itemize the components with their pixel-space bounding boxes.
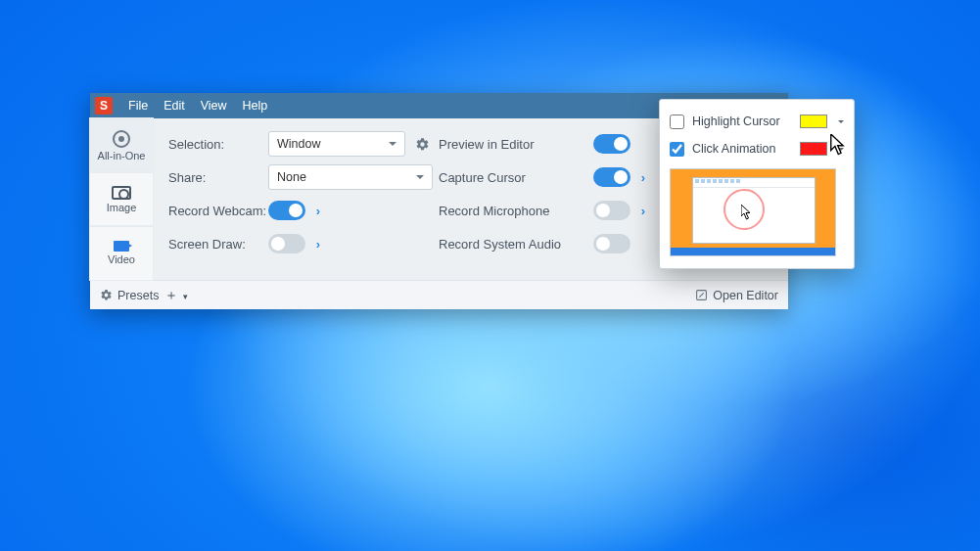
presets-label: Presets — [117, 289, 159, 302]
add-preset-button[interactable]: ＋ ▾ — [164, 287, 188, 304]
record-system-audio-label: Record System Audio — [439, 237, 593, 252]
menu-view[interactable]: View — [193, 93, 235, 118]
click-animation-checkbox[interactable] — [670, 142, 684, 157]
record-microphone-options[interactable]: › — [636, 204, 650, 218]
menu-help[interactable]: Help — [235, 93, 276, 118]
open-editor-button[interactable]: Open Editor — [695, 289, 778, 302]
record-system-audio-toggle[interactable] — [593, 234, 630, 253]
screen-draw-options[interactable]: › — [311, 237, 325, 252]
screen-draw-toggle[interactable] — [268, 234, 305, 253]
snagit-window: S File Edit View Help All-in-One Image V… — [90, 93, 788, 309]
chevron-down-icon — [416, 175, 424, 183]
cursor-icon — [741, 205, 753, 220]
selection-select[interactable]: Window — [268, 131, 405, 157]
record-webcam-options[interactable]: › — [311, 204, 325, 218]
footer-bar: Presets ＋ ▾ Open Editor — [90, 280, 788, 309]
selection-label: Selection: — [168, 137, 268, 152]
share-label: Share: — [168, 170, 268, 185]
gear-icon — [415, 137, 430, 152]
chevron-down-icon — [838, 148, 844, 154]
capture-cursor-label: Capture Cursor — [439, 170, 593, 185]
tab-image[interactable]: Image — [90, 172, 153, 226]
menu-file[interactable]: File — [120, 93, 156, 118]
open-editor-icon — [695, 289, 708, 301]
share-select[interactable]: None — [268, 164, 433, 190]
highlight-color-swatch[interactable] — [800, 115, 827, 128]
preview-in-editor-toggle[interactable] — [593, 134, 630, 154]
record-microphone-label: Record Microphone — [439, 204, 593, 218]
presets-button[interactable]: Presets — [100, 289, 159, 302]
menu-edit[interactable]: Edit — [156, 93, 193, 118]
screen-draw-label: Screen Draw: — [168, 237, 268, 252]
click-animation-label: Click Animation — [692, 142, 775, 156]
tab-label: Image — [107, 202, 137, 213]
preview-in-editor-label: Preview in Editor — [439, 137, 593, 152]
tab-label: All-in-One — [98, 150, 146, 161]
capture-cursor-options[interactable]: › — [636, 170, 650, 185]
capture-type-tabs: All-in-One Image Video — [90, 118, 153, 280]
app-icon: S — [95, 97, 113, 115]
selection-settings-button[interactable] — [411, 133, 433, 155]
cursor-preview-thumbnail — [670, 168, 836, 256]
plus-icon: ＋ — [164, 287, 178, 304]
chevron-down-icon — [389, 142, 397, 150]
tab-label: Video — [108, 253, 135, 265]
highlight-cursor-label: Highlight Cursor — [692, 115, 780, 128]
chevron-down-icon — [838, 120, 844, 126]
record-webcam-label: Record Webcam: — [168, 204, 268, 218]
tab-all-in-one[interactable]: All-in-One — [90, 118, 153, 172]
video-icon — [114, 241, 129, 252]
cursor-options-flyout: Highlight Cursor Click Animation — [659, 99, 855, 269]
capture-cursor-toggle[interactable] — [593, 167, 630, 187]
open-editor-label: Open Editor — [713, 289, 778, 302]
record-webcam-toggle[interactable] — [268, 201, 305, 220]
selection-value: Window — [277, 137, 320, 151]
share-value: None — [277, 170, 306, 184]
gear-icon — [100, 289, 113, 301]
add-caret: ▾ — [183, 292, 188, 301]
camera-icon — [112, 186, 131, 200]
highlight-cursor-checkbox[interactable] — [670, 115, 684, 129]
all-in-one-icon — [113, 130, 130, 148]
click-color-swatch[interactable] — [800, 142, 827, 156]
tab-video[interactable]: Video — [90, 226, 153, 280]
record-microphone-toggle[interactable] — [593, 201, 630, 220]
